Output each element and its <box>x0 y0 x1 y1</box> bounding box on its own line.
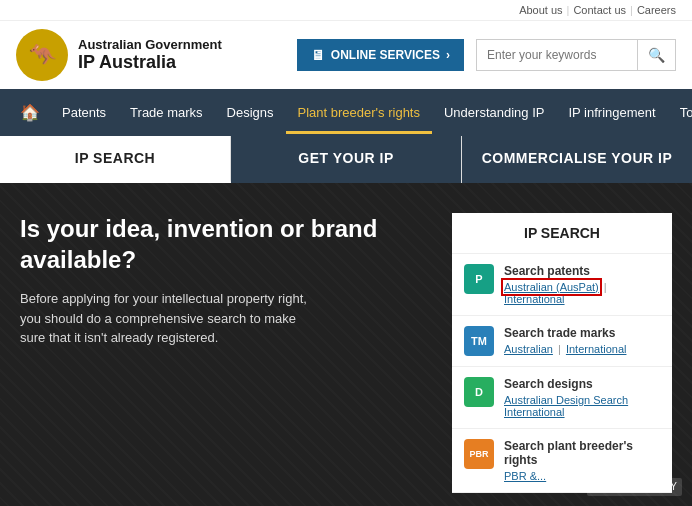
pbr-icon: PBR <box>464 439 494 469</box>
ip-search-panel-title: IP SEARCH <box>452 213 672 254</box>
nav-home-button[interactable]: 🏠 <box>10 89 50 136</box>
online-services-button[interactable]: 🖥 ONLINE SERVICES › <box>297 39 464 71</box>
top-bar: About us | Contact us | Careers <box>0 0 692 21</box>
online-services-label: ONLINE SERVICES <box>331 48 440 62</box>
hero-heading: Is your idea, invention or brand availab… <box>20 213 422 275</box>
pbr-title: Search plant breeder's rights <box>504 439 660 467</box>
auspat-link[interactable]: Australian (AusPat) <box>504 281 599 293</box>
patents-content: Search patents Australian (AusPat) | Int… <box>504 264 660 305</box>
logo-text: Australian Government IP Australia <box>78 37 222 73</box>
gov-label: Australian Government <box>78 37 222 52</box>
ip-search-pbr: PBR Search plant breeder's rights PBR &.… <box>452 429 672 493</box>
ip-search-trademarks: TM Search trade marks Australian | Inter… <box>452 316 672 367</box>
trademarks-links: Australian | International <box>504 343 660 355</box>
search-button[interactable]: 🔍 <box>637 40 675 70</box>
ip-label: IP Australia <box>78 52 222 73</box>
search-bar: 🔍 <box>476 39 676 71</box>
tab-get-your-ip[interactable]: GET YOUR IP <box>231 136 462 183</box>
main-tabs: IP SEARCH GET YOUR IP COMMERCIALISE YOUR… <box>0 136 692 183</box>
designs-icon: D <box>464 377 494 407</box>
ip-search-designs: D Search designs Australian Design Searc… <box>452 367 672 429</box>
contact-link[interactable]: Contact us <box>573 4 626 16</box>
patents-links: Australian (AusPat) | International <box>504 281 660 305</box>
nav-item-understanding-ip[interactable]: Understanding IP <box>432 91 556 134</box>
pbr-links: PBR &... <box>504 470 660 482</box>
trademarks-icon: TM <box>464 326 494 356</box>
header-right: 🖥 ONLINE SERVICES › 🔍 <box>297 39 676 71</box>
pbr-content: Search plant breeder's rights PBR &... <box>504 439 660 482</box>
nav-item-pbr[interactable]: Plant breeder's rights <box>286 91 432 134</box>
tm-link-divider: | <box>558 343 564 355</box>
ip-search-patents: P Search patents Australian (AusPat) | I… <box>452 254 672 316</box>
link-divider: | <box>604 281 607 293</box>
trademarks-australian-link[interactable]: Australian <box>504 343 553 355</box>
nav-item-infringement[interactable]: IP infringement <box>556 91 667 134</box>
nav-item-tools[interactable]: Tools & resources <box>668 91 692 134</box>
designs-title: Search designs <box>504 377 660 391</box>
nav-item-designs[interactable]: Designs <box>215 91 286 134</box>
patents-title: Search patents <box>504 264 660 278</box>
designs-international-link[interactable]: International <box>504 406 565 418</box>
designs-links: Australian Design Search International <box>504 394 660 418</box>
about-link[interactable]: About us <box>519 4 562 16</box>
tab-commercialise[interactable]: COMMERCIALISE YOUR IP <box>462 136 692 183</box>
divider1: | <box>567 4 570 16</box>
trademarks-international-link[interactable]: International <box>566 343 627 355</box>
careers-link[interactable]: Careers <box>637 4 676 16</box>
trademarks-title: Search trade marks <box>504 326 660 340</box>
chevron-right-icon: › <box>446 48 450 62</box>
hero-body: Before applying for your intellectual pr… <box>20 289 320 348</box>
hero-text: Is your idea, invention or brand availab… <box>20 213 422 493</box>
pbr-link[interactable]: PBR &... <box>504 470 546 482</box>
nav-item-trademarks[interactable]: Trade marks <box>118 91 214 134</box>
search-input[interactable] <box>477 41 637 69</box>
monitor-icon: 🖥 <box>311 47 325 63</box>
main-content: Is your idea, invention or brand availab… <box>0 183 692 506</box>
ip-search-panel: IP SEARCH P Search patents Australian (A… <box>452 213 672 493</box>
nav-item-patents[interactable]: Patents <box>50 91 118 134</box>
designs-australian-link[interactable]: Australian Design Search <box>504 394 628 406</box>
site-header: 🦘 Australian Government IP Australia 🖥 O… <box>0 21 692 89</box>
main-nav: 🏠 Patents Trade marks Designs Plant bree… <box>0 89 692 136</box>
divider2: | <box>630 4 633 16</box>
patents-international-link[interactable]: International <box>504 293 565 305</box>
trademarks-content: Search trade marks Australian | Internat… <box>504 326 660 355</box>
patents-icon: P <box>464 264 494 294</box>
crest-icon: 🦘 <box>16 29 68 81</box>
logo-area: 🦘 Australian Government IP Australia <box>16 29 222 81</box>
designs-content: Search designs Australian Design Search … <box>504 377 660 418</box>
tab-ip-search[interactable]: IP SEARCH <box>0 136 231 183</box>
